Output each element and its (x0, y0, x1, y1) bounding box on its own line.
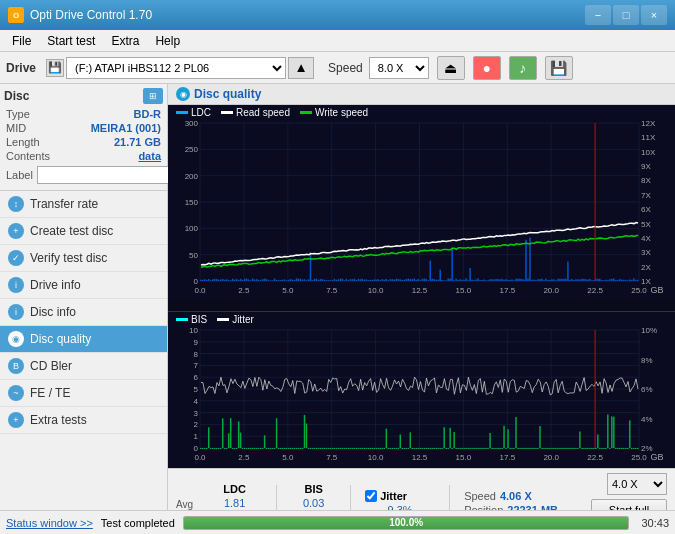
disc-type-row: Type BD-R (4, 108, 163, 120)
disc-header: Disc ⊞ (4, 88, 163, 104)
drive-save-btn[interactable]: 💾 (545, 56, 573, 80)
chart-bottom-canvas (168, 312, 675, 466)
jitter-label: Jitter (232, 314, 254, 325)
disc-contents-value[interactable]: data (138, 150, 161, 162)
drive-select[interactable]: (F:) ATAPI iHBS112 2 PL06 (66, 57, 286, 79)
maximize-button[interactable]: □ (613, 5, 639, 25)
menu-file[interactable]: File (4, 32, 39, 50)
drive-info-icon: i (8, 277, 24, 293)
disc-contents-row: Contents data (4, 150, 163, 162)
app-icon: O (8, 7, 24, 23)
status-text: Test completed (101, 517, 175, 529)
sidebar-item-disc-quality[interactable]: ◉ Disc quality (0, 326, 167, 353)
chart-bottom: BIS Jitter (168, 312, 675, 468)
disc-length-row: Length 21.71 GB (4, 136, 163, 148)
sidebar-item-label: Transfer rate (30, 197, 98, 211)
sidebar-item-transfer-rate[interactable]: ↕ Transfer rate (0, 191, 167, 218)
right-panel: ◉ Disc quality LDC Read speed (168, 84, 675, 510)
minimize-button[interactable]: − (585, 5, 611, 25)
jitter-header-row: Jitter (365, 490, 435, 502)
stats-area: Avg Max Total LDC 1.81 228 642742 BIS 0.… (168, 468, 675, 510)
fe-te-icon: ~ (8, 385, 24, 401)
sidebar-item-extra-tests[interactable]: + Extra tests (0, 407, 167, 434)
drive-action-btn2[interactable]: ● (473, 56, 501, 80)
progress-label: 100.0% (389, 517, 423, 528)
menubar: File Start test Extra Help (0, 30, 675, 52)
write-speed-color (300, 111, 312, 114)
extra-tests-icon: + (8, 412, 24, 428)
speed-stat-label: Speed (464, 490, 496, 502)
menu-help[interactable]: Help (147, 32, 188, 50)
ldc-color (176, 111, 188, 114)
speed-stat-value: 4.06 X (500, 490, 532, 502)
sidebar-item-verify-test-disc[interactable]: ✓ Verify test disc (0, 245, 167, 272)
sidebar-item-drive-info[interactable]: i Drive info (0, 272, 167, 299)
charts-area: LDC Read speed Write speed (168, 105, 675, 510)
sidebar-item-create-test-disc[interactable]: + Create test disc (0, 218, 167, 245)
sidebar-item-label: CD Bler (30, 359, 72, 373)
sidebar-item-fe-te[interactable]: ~ FE / TE (0, 380, 167, 407)
read-speed-color (221, 111, 233, 114)
drive-eject-button[interactable]: ▲ (288, 57, 314, 79)
disc-mid-label: MID (6, 122, 26, 134)
sidebar-item-disc-info[interactable]: i Disc info (0, 299, 167, 326)
disc-length-label: Length (6, 136, 40, 148)
start-full-button[interactable]: Start full (591, 499, 667, 510)
divider3 (449, 485, 450, 510)
chart-bottom-legend: BIS Jitter (176, 314, 254, 325)
position-stat-row: Position 22231 MB (464, 504, 558, 510)
panel-header: ◉ Disc quality (168, 84, 675, 105)
jitter-stats: Jitter 9.3% 10.0% (365, 490, 435, 510)
speed-select[interactable]: 8.0 X (369, 57, 429, 79)
disc-contents-label: Contents (6, 150, 50, 162)
progress-bar: 100.0% (183, 516, 630, 530)
bis-color (176, 318, 188, 321)
legend-jitter: Jitter (217, 314, 254, 325)
verify-test-disc-icon: ✓ (8, 250, 24, 266)
speed-select-row: 4.0 X (607, 473, 667, 495)
left-panel: Disc ⊞ Type BD-R MID MEIRA1 (001) Length… (0, 84, 168, 510)
disc-section-label: Disc (4, 89, 29, 103)
titlebar: O Opti Drive Control 1.70 − □ × (0, 0, 675, 30)
menu-extra[interactable]: Extra (103, 32, 147, 50)
sidebar-item-label: Create test disc (30, 224, 113, 238)
ldc-stats-header: LDC (207, 483, 262, 495)
disc-type-label: Type (6, 108, 30, 120)
close-button[interactable]: × (641, 5, 667, 25)
status-time: 30:43 (641, 517, 669, 529)
statusbar: Status window >> Test completed 100.0% 3… (0, 510, 675, 534)
disc-type-value: BD-R (134, 108, 162, 120)
stats-headers: Avg Max Total (176, 483, 197, 510)
drive-action-btn1[interactable]: ⏏ (437, 56, 465, 80)
avg-label: Avg (176, 499, 197, 510)
menu-start-test[interactable]: Start test (39, 32, 103, 50)
nav-items: ↕ Transfer rate + Create test disc ✓ Ver… (0, 191, 167, 510)
sidebar-item-label: FE / TE (30, 386, 70, 400)
jitter-color (217, 318, 229, 321)
quality-speed-select[interactable]: 4.0 X (607, 473, 667, 495)
drive-label: Drive (6, 61, 36, 75)
bis-avg-value: 0.03 (291, 497, 336, 509)
drive-action-btn3[interactable]: ♪ (509, 56, 537, 80)
panel-title: Disc quality (194, 87, 261, 101)
disc-header-icon: ⊞ (143, 88, 163, 104)
disc-label-input[interactable] (37, 166, 170, 184)
jitter-checkbox[interactable] (365, 490, 377, 502)
disc-info-icon: i (8, 304, 24, 320)
disc-label-row: Label ⚙ (4, 164, 163, 186)
drive-icon: 💾 (46, 59, 64, 77)
legend-bis: BIS (176, 314, 207, 325)
titlebar-left: O Opti Drive Control 1.70 (8, 7, 152, 23)
divider2 (350, 485, 351, 510)
sidebar-item-cd-bler[interactable]: B CD Bler (0, 353, 167, 380)
bis-stats-header: BIS (291, 483, 336, 495)
disc-mid-row: MID MEIRA1 (001) (4, 122, 163, 134)
ldc-stats: LDC 1.81 228 642742 (207, 483, 262, 510)
status-window-button[interactable]: Status window >> (6, 517, 93, 529)
sidebar-item-label: Verify test disc (30, 251, 107, 265)
app-title: Opti Drive Control 1.70 (30, 8, 152, 22)
jitter-avg-value: 9.3% (365, 504, 435, 510)
disc-mid-value: MEIRA1 (001) (91, 122, 161, 134)
cd-bler-icon: B (8, 358, 24, 374)
legend-ldc: LDC (176, 107, 211, 118)
